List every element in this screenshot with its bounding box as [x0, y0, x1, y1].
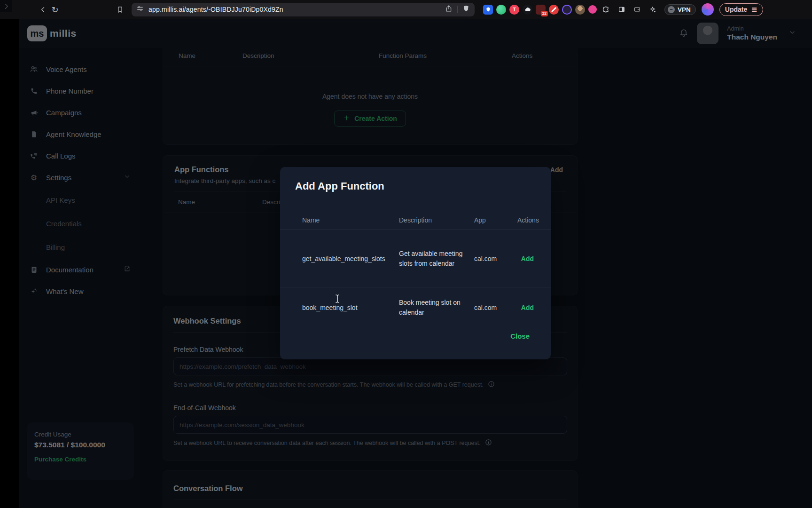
- table-row: book_meeting_slot Book meeting slot on c…: [280, 287, 551, 328]
- modal-title: Add App Function: [280, 180, 551, 192]
- millis-app: ms millis Admin Thach Nguyen Voice Ag: [19, 19, 812, 508]
- column-app: App: [474, 216, 517, 224]
- url-text[interactable]: app.millis.ai/agents/-OBIBDJJu70iDp0Xd9Z…: [148, 6, 440, 13]
- extension-pink-icon[interactable]: [588, 5, 597, 14]
- modal-table-header: Name Description App Actions: [280, 210, 551, 230]
- extension-green-icon[interactable]: [496, 5, 506, 15]
- function-description: Book meeting slot on calendar: [399, 298, 474, 318]
- sidebar-panel-icon[interactable]: [616, 3, 628, 16]
- extension-badge-icon[interactable]: 12: [536, 5, 546, 15]
- extension-badge: 12: [541, 11, 548, 16]
- function-app: cal.com: [474, 255, 517, 262]
- reload-icon[interactable]: ↻: [49, 3, 61, 16]
- extension-shield-icon[interactable]: [483, 5, 493, 15]
- puzzle-icon[interactable]: [600, 3, 612, 16]
- address-bar[interactable]: app.millis.ai/agents/-OBIBDJJu70iDp0Xd9Z…: [132, 3, 475, 16]
- site-settings-icon[interactable]: [136, 5, 144, 14]
- divider: [457, 6, 458, 13]
- browser-chrome: ↻ app.millis.ai/agents/-OBIBDJJu70iDp0Xd…: [0, 0, 812, 19]
- function-app: cal.com: [474, 304, 517, 311]
- extension-avatar-icon[interactable]: [575, 5, 585, 15]
- extension-red-icon[interactable]: T: [509, 5, 519, 15]
- table-row: get_available_meeting_slots Get availabl…: [280, 230, 551, 287]
- modal-table: Name Description App Actions get_availab…: [280, 210, 551, 328]
- column-description: Description: [399, 216, 474, 224]
- extension-cloud-icon[interactable]: [523, 5, 532, 15]
- browser-profile-avatar[interactable]: [702, 3, 714, 16]
- vpn-button[interactable]: − VPN: [664, 4, 696, 15]
- bookmark-icon[interactable]: [114, 3, 126, 16]
- extension-adblock-icon[interactable]: [549, 5, 559, 15]
- function-name: book_meeting_slot: [302, 304, 399, 311]
- wallet-icon[interactable]: [631, 3, 643, 16]
- vpn-icon: −: [668, 6, 675, 13]
- close-button[interactable]: Close: [510, 332, 530, 340]
- function-name: get_available_meeting_slots: [302, 255, 399, 262]
- menu-icon: ≡: [751, 5, 757, 14]
- back-icon[interactable]: [37, 3, 49, 16]
- column-name: Name: [302, 216, 399, 224]
- leo-sparkle-icon[interactable]: [647, 3, 659, 16]
- text-cursor: [335, 294, 340, 305]
- share-icon[interactable]: [445, 5, 453, 14]
- brave-shield-icon[interactable]: [462, 5, 470, 14]
- forward-icon[interactable]: [0, 0, 12, 12]
- extension-purple-icon[interactable]: [562, 5, 572, 15]
- vpn-label: VPN: [678, 6, 691, 13]
- column-actions: Actions: [517, 216, 539, 224]
- add-function-button[interactable]: Add: [517, 255, 534, 262]
- update-label: Update: [725, 6, 747, 13]
- function-description: Get available meeting slots from calenda…: [399, 249, 474, 269]
- extensions-row: T 12: [483, 3, 659, 16]
- update-button[interactable]: Update ≡: [719, 3, 763, 16]
- add-app-function-modal: Add App Function Name Description App Ac…: [280, 167, 551, 359]
- add-function-button[interactable]: Add: [517, 304, 534, 311]
